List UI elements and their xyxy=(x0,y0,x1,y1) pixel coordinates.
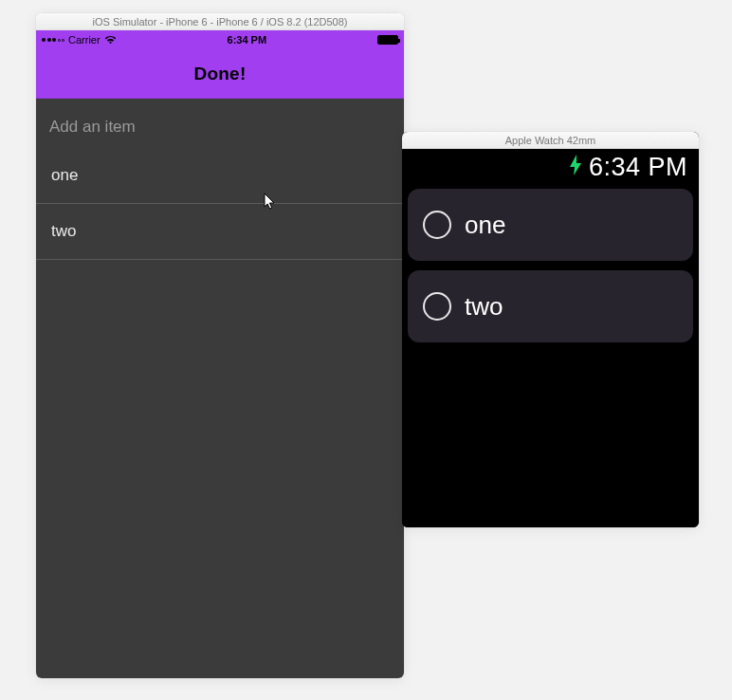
unchecked-circle-icon xyxy=(423,211,451,239)
watch-list-item-label: one xyxy=(465,211,505,240)
nav-title: Done! xyxy=(194,64,247,84)
ios-nav-bar: Done! xyxy=(36,49,404,99)
ios-status-left: Carrier xyxy=(42,34,117,46)
watch-list-item[interactable]: two xyxy=(408,270,693,342)
watch-screen: 6:34 PM one two xyxy=(402,149,699,527)
wifi-icon xyxy=(104,36,117,45)
iphone-screen: Carrier 6:34 PM Done! one two xyxy=(36,30,404,678)
list-item[interactable]: one xyxy=(36,148,404,204)
list-item-label: two xyxy=(51,222,76,240)
ios-status-bar: Carrier 6:34 PM xyxy=(36,30,404,49)
watch-simulator-window: Apple Watch 42mm 6:34 PM one two xyxy=(402,132,699,527)
iphone-window-title: iOS Simulator - iPhone 6 - iPhone 6 / iO… xyxy=(36,13,404,30)
watch-window-title: Apple Watch 42mm xyxy=(402,132,699,149)
signal-dots-icon xyxy=(42,38,64,42)
unchecked-circle-icon xyxy=(423,292,451,321)
list-item-label: one xyxy=(51,166,78,184)
iphone-item-list: one two xyxy=(36,148,404,260)
watch-status-time: 6:34 PM xyxy=(589,153,687,182)
ios-status-time: 6:34 PM xyxy=(228,34,267,46)
watch-item-list: one two xyxy=(408,189,693,342)
charging-bolt-icon xyxy=(568,154,583,180)
watch-list-item[interactable]: one xyxy=(408,189,693,261)
battery-icon xyxy=(377,35,398,45)
watch-list-item-label: two xyxy=(465,292,503,322)
add-item-row xyxy=(36,99,404,148)
watch-status-bar: 6:34 PM xyxy=(408,149,693,185)
list-item[interactable]: two xyxy=(36,204,404,260)
add-item-input[interactable] xyxy=(49,118,391,137)
carrier-label: Carrier xyxy=(68,34,101,46)
iphone-simulator-window: iOS Simulator - iPhone 6 - iPhone 6 / iO… xyxy=(36,13,404,678)
ios-status-right xyxy=(377,35,398,45)
